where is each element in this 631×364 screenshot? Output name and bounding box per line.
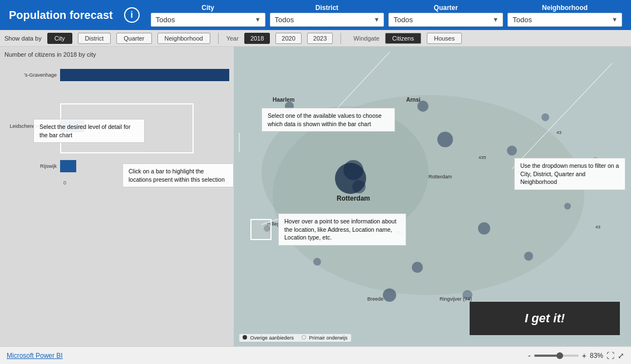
info-icon[interactable]: i bbox=[124, 7, 140, 23]
annotation-4: Use the dropdown menus to filter on a Ci… bbox=[514, 158, 625, 190]
svg-text:Ringvijver (74): Ringvijver (74) bbox=[440, 296, 472, 302]
gate-citizens[interactable]: Citizens bbox=[385, 33, 421, 44]
gate-houses[interactable]: Houses bbox=[427, 33, 462, 44]
right-panel: Rotterdam Haarlem Arnsi Hillegom/Styling… bbox=[234, 47, 631, 346]
left-panel: Number of citizens in 2018 by city 's-Gr… bbox=[0, 47, 234, 346]
bar-row-gravenhage[interactable]: 's-Gravenhage 532,670 bbox=[4, 69, 229, 81]
year-label: Year bbox=[226, 35, 239, 42]
quarter-select-wrapper: Todos ▼ bbox=[388, 13, 503, 27]
neighborhood-filter-label: Neighborhood bbox=[542, 4, 588, 12]
svg-text:Arnsi: Arnsi bbox=[406, 97, 421, 103]
bar-inner-gravenhage bbox=[60, 69, 229, 81]
legend-dot-2 bbox=[302, 335, 306, 340]
tab-city[interactable]: City bbox=[47, 33, 72, 44]
show-data-label: Show data by bbox=[4, 35, 42, 42]
app-title: Population forecast bbox=[9, 9, 113, 22]
legend-item-2: Primair onderwijs bbox=[302, 335, 348, 341]
bottom-bar: Microsoft Power BI - + 83% ⛶ ⤢ bbox=[0, 346, 631, 364]
neighborhood-select[interactable]: Todos bbox=[507, 13, 622, 27]
svg-text:Rotterdam: Rotterdam bbox=[428, 174, 452, 179]
axis-min: 0 bbox=[63, 180, 66, 186]
zoom-controls: - + 83% ⛶ ⤢ bbox=[528, 351, 624, 360]
annotation-2-text: Select one of the available values to ch… bbox=[268, 112, 382, 127]
tab-quarter[interactable]: Quarter bbox=[116, 33, 151, 44]
neighborhood-filter-group: Neighborhood Todos ▼ bbox=[507, 4, 622, 27]
annotation-5-text: Hover over a point to see information ab… bbox=[284, 218, 396, 241]
bar-chart: 's-Gravenhage 532,670 Leidschendam-Voo..… bbox=[4, 69, 229, 337]
map-background: Rotterdam Haarlem Arnsi Hillegom/Styling… bbox=[234, 47, 631, 346]
svg-point-12 bbox=[412, 262, 423, 273]
fit-screen-button[interactable]: ⛶ bbox=[607, 351, 614, 360]
legend-dot-1 bbox=[243, 335, 247, 340]
zoom-slider[interactable] bbox=[534, 355, 579, 357]
zoom-minus-button[interactable]: - bbox=[528, 351, 531, 360]
map-legend: Overige aanbieders Primair onderwijs bbox=[239, 334, 351, 342]
annotation-3: Click on a bar to highlight the location… bbox=[122, 163, 234, 187]
svg-text:435: 435 bbox=[479, 155, 486, 160]
divider-2 bbox=[341, 33, 341, 44]
bar-label-rijswijk: Rijswijk bbox=[4, 163, 60, 169]
bar-inner-rijswijk bbox=[60, 160, 76, 172]
year-2023[interactable]: 2023 bbox=[307, 33, 333, 44]
igetit-button[interactable]: I get it! bbox=[470, 302, 620, 335]
year-2020[interactable]: 2020 bbox=[275, 33, 301, 44]
svg-text:Haarlem: Haarlem bbox=[273, 97, 295, 103]
annotation-2: Select one of the available values to ch… bbox=[262, 108, 395, 132]
powerbi-link[interactable]: Microsoft Power BI bbox=[7, 352, 63, 360]
legend-label-2: Primair onderwijs bbox=[309, 335, 348, 341]
city-select[interactable]: Todos bbox=[151, 13, 265, 27]
header: Population forecast i City Todos ▼ Distr… bbox=[0, 0, 631, 30]
svg-point-18 bbox=[313, 258, 321, 266]
svg-point-3 bbox=[343, 160, 363, 180]
bar-label-gravenhage: 's-Gravenhage bbox=[4, 72, 60, 78]
tab-district[interactable]: District bbox=[78, 33, 111, 44]
fullscreen-button[interactable]: ⤢ bbox=[618, 351, 624, 360]
chart-title: Number of citizens in 2018 by city bbox=[4, 51, 229, 58]
svg-point-8 bbox=[507, 146, 517, 156]
svg-text:43: 43 bbox=[595, 225, 600, 230]
annotation-3-text: Click on a bar to highlight the location… bbox=[129, 168, 225, 183]
svg-point-13 bbox=[383, 288, 396, 302]
bar-outer-gravenhage: 532,670 bbox=[60, 69, 229, 81]
year-2018[interactable]: 2018 bbox=[244, 33, 270, 44]
annotation-4-text: Use the dropdown menus to filter on a Ci… bbox=[520, 162, 619, 185]
svg-point-11 bbox=[524, 252, 533, 261]
svg-point-4 bbox=[352, 180, 366, 193]
quarter-filter-group: Quarter Todos ▼ bbox=[388, 4, 503, 27]
svg-text:43: 43 bbox=[556, 130, 561, 135]
svg-text:Rotterdam: Rotterdam bbox=[337, 195, 370, 202]
neighborhood-select-wrapper: Todos ▼ bbox=[507, 13, 622, 27]
legend-item-1: Overige aanbieders bbox=[243, 335, 294, 341]
city-filter-label: City bbox=[201, 4, 214, 12]
district-filter-group: District Todos ▼ bbox=[270, 4, 384, 27]
district-filter-label: District bbox=[316, 4, 338, 12]
filters-area: City Todos ▼ District Todos ▼ Quarter bbox=[151, 4, 622, 27]
annotation-1-text: Select the desired level of detail for t… bbox=[40, 123, 130, 138]
svg-point-15 bbox=[564, 203, 571, 210]
gate-label: Windgate bbox=[353, 35, 379, 42]
svg-text:Breede: Breede bbox=[367, 296, 383, 302]
zoom-plus-button[interactable]: + bbox=[582, 351, 586, 360]
city-filter-group: City Todos ▼ bbox=[151, 4, 265, 27]
zoom-level: 83% bbox=[590, 352, 603, 360]
controls-row: Show data by City District Quarter Neigh… bbox=[0, 30, 631, 47]
svg-point-7 bbox=[437, 132, 453, 147]
quarter-select[interactable]: Todos bbox=[388, 13, 503, 27]
city-select-wrapper: Todos ▼ bbox=[151, 13, 265, 27]
svg-point-10 bbox=[478, 222, 490, 235]
main-content: Number of citizens in 2018 by city 's-Gr… bbox=[0, 47, 631, 346]
annotation-5: Hover over a point to see information ab… bbox=[278, 213, 406, 246]
district-select[interactable]: Todos bbox=[270, 13, 384, 27]
svg-point-9 bbox=[541, 113, 549, 121]
annotation-1: Select the desired level of detail for t… bbox=[33, 119, 145, 143]
tab-neighborhood[interactable]: Neighborhood bbox=[157, 33, 210, 44]
divider-1 bbox=[218, 33, 219, 44]
hover-box bbox=[250, 219, 272, 240]
district-select-wrapper: Todos ▼ bbox=[270, 13, 384, 27]
zoom-thumb[interactable] bbox=[556, 352, 563, 359]
quarter-filter-label: Quarter bbox=[434, 4, 458, 12]
legend-label-1: Overige aanbieders bbox=[250, 335, 294, 341]
